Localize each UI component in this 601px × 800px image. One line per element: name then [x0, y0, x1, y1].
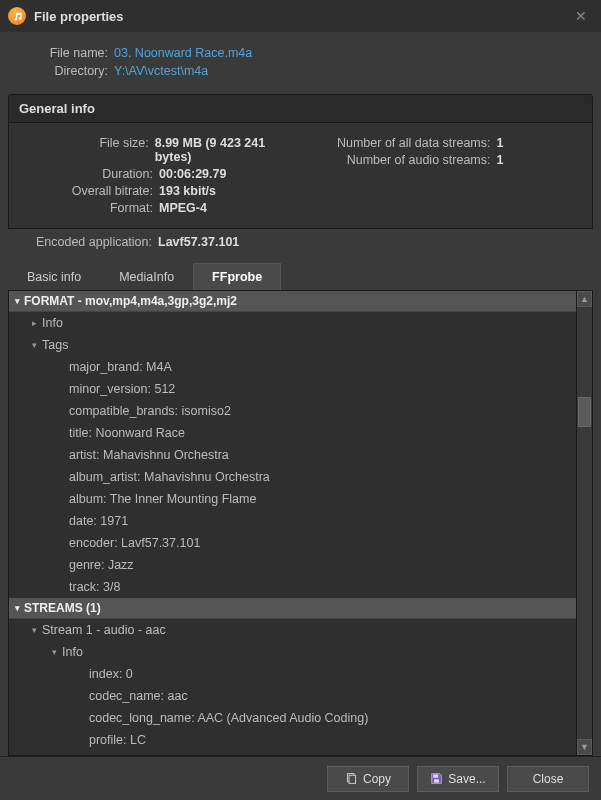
- duration-value: 00:06:29.79: [159, 167, 226, 181]
- stream1-info-node[interactable]: ▾Info: [9, 641, 576, 663]
- num-data-streams-value: 1: [497, 136, 504, 150]
- expand-arrow-icon: ▸: [29, 314, 39, 332]
- tag-minor-version: minor_version: 512: [9, 378, 576, 400]
- vertical-scrollbar[interactable]: ▲ ▼: [576, 291, 592, 755]
- tag-track: track: 3/8: [9, 576, 576, 598]
- tag-album-artist: album_artist: Mahavishnu Orchestra: [9, 466, 576, 488]
- overall-bitrate-label: Overall bitrate:: [23, 184, 153, 198]
- file-size-label: File size:: [23, 136, 149, 164]
- general-info-box: File size:8.99 MB (9 423 241 bytes) Dura…: [8, 123, 593, 229]
- general-info-header: General info: [8, 94, 593, 123]
- tag-album: album: The Inner Mounting Flame: [9, 488, 576, 510]
- tag-encoder: encoder: Lavf57.37.101: [9, 532, 576, 554]
- file-size-value: 8.99 MB (9 423 241 bytes): [155, 136, 301, 164]
- encoded-app-label: Encoded application:: [22, 235, 152, 249]
- collapse-arrow-icon: ▾: [29, 621, 39, 639]
- copy-icon: [345, 772, 358, 785]
- num-audio-streams-label: Number of audio streams:: [301, 153, 491, 167]
- streams-node-header[interactable]: ▾STREAMS (1): [9, 598, 576, 619]
- window-title: File properties: [34, 9, 569, 24]
- header-info: File name: 03. Noonward Race.m4a Directo…: [0, 32, 601, 94]
- collapse-arrow-icon: ▾: [15, 603, 20, 613]
- collapse-arrow-icon: ▾: [15, 296, 20, 306]
- tab-ffprobe[interactable]: FFprobe: [193, 263, 281, 290]
- encoded-app-value: Lavf57.37.101: [158, 235, 239, 249]
- close-button[interactable]: Close: [507, 766, 589, 792]
- tree-container: ▾FORMAT - mov,mp4,m4a,3gp,3g2,mj2 ▸Info …: [8, 290, 593, 756]
- scroll-down-icon[interactable]: ▼: [577, 739, 592, 755]
- file-name-label: File name:: [18, 46, 108, 60]
- tab-mediainfo[interactable]: MediaInfo: [100, 263, 193, 290]
- format-label: Format:: [23, 201, 153, 215]
- stream1-codec-name: codec_name: aac: [9, 685, 576, 707]
- format-node-header[interactable]: ▾FORMAT - mov,mp4,m4a,3gp,3g2,mj2: [9, 291, 576, 312]
- titlebar: File properties ✕: [0, 0, 601, 32]
- stream1-profile: profile: LC: [9, 729, 576, 751]
- duration-label: Duration:: [23, 167, 153, 181]
- directory-label: Directory:: [18, 64, 108, 78]
- footer: Copy Save... Close: [0, 756, 601, 800]
- tag-genre: genre: Jazz: [9, 554, 576, 576]
- directory-link[interactable]: Y:\AV\vctest\m4a: [114, 64, 208, 78]
- tag-title: title: Noonward Race: [9, 422, 576, 444]
- copy-button[interactable]: Copy: [327, 766, 409, 792]
- tag-date: date: 1971: [9, 510, 576, 532]
- stream1-node[interactable]: ▾Stream 1 - audio - aac: [9, 619, 576, 641]
- tabs: Basic info MediaInfo FFprobe: [8, 263, 593, 290]
- svg-rect-2: [434, 774, 439, 777]
- format-value: MPEG-4: [159, 201, 207, 215]
- collapse-arrow-icon: ▾: [49, 643, 59, 661]
- file-properties-window: File properties ✕ File name: 03. Noonwar…: [0, 0, 601, 800]
- scroll-up-icon[interactable]: ▲: [577, 291, 592, 307]
- num-data-streams-label: Number of all data streams:: [301, 136, 491, 150]
- num-audio-streams-value: 1: [497, 153, 504, 167]
- stream1-codec-type: codec_type: audio: [9, 751, 576, 755]
- save-button[interactable]: Save...: [417, 766, 499, 792]
- overall-bitrate-value: 193 kbit/s: [159, 184, 216, 198]
- collapse-arrow-icon: ▾: [29, 336, 39, 354]
- tree[interactable]: ▾FORMAT - mov,mp4,m4a,3gp,3g2,mj2 ▸Info …: [9, 291, 576, 755]
- tags-node[interactable]: ▾Tags: [9, 334, 576, 356]
- scrollbar-thumb[interactable]: [578, 397, 591, 427]
- tag-major-brand: major_brand: M4A: [9, 356, 576, 378]
- stream1-codec-long-name: codec_long_name: AAC (Advanced Audio Cod…: [9, 707, 576, 729]
- scrollbar-track[interactable]: [577, 307, 592, 739]
- stream1-index: index: 0: [9, 663, 576, 685]
- tag-compatible-brands: compatible_brands: isomiso2: [9, 400, 576, 422]
- tag-artist: artist: Mahavishnu Orchestra: [9, 444, 576, 466]
- tab-basic-info[interactable]: Basic info: [8, 263, 100, 290]
- save-icon: [430, 772, 443, 785]
- info-node[interactable]: ▸Info: [9, 312, 576, 334]
- file-name-link[interactable]: 03. Noonward Race.m4a: [114, 46, 252, 60]
- close-icon[interactable]: ✕: [569, 4, 593, 28]
- app-music-icon: [8, 7, 26, 25]
- svg-rect-3: [434, 779, 439, 782]
- svg-rect-1: [349, 775, 356, 783]
